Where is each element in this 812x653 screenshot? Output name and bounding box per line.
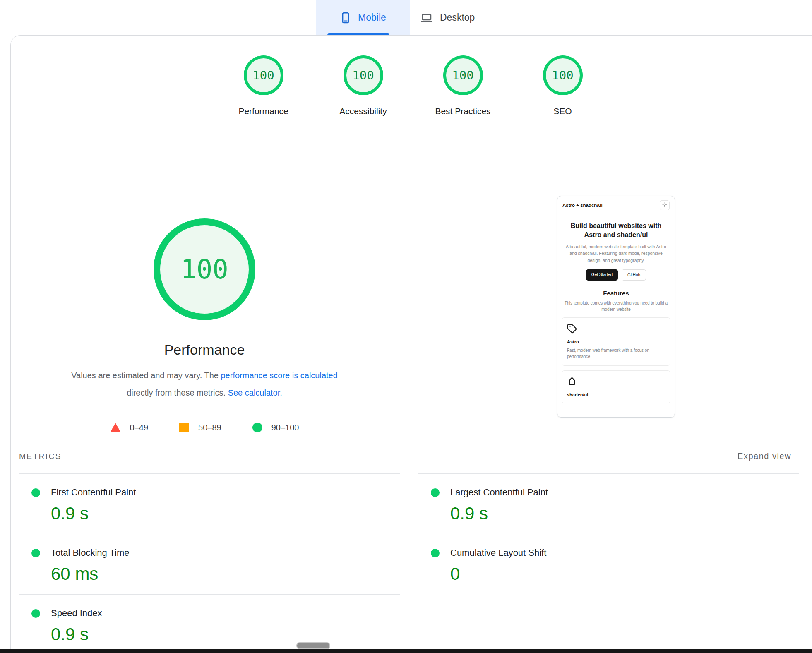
pass-range-label: 90–100 [271,423,299,432]
performance-score-label: Performance [238,106,288,116]
preview-card-title: shadcn/ui [567,392,665,397]
metric-value: 60 ms [51,564,400,584]
metric-value: 0 [450,564,799,584]
expand-view-button[interactable]: Expand view [738,451,791,461]
preview-card-title: Astro [567,339,665,344]
orange-square-icon [179,423,189,432]
performance-score: 100 [252,68,274,82]
performance-section-title: Performance [72,342,337,358]
metric-label: Largest Contentful Paint [450,487,548,498]
metrics-grid: First Contentful Paint 0.9 s Total Block… [19,473,799,653]
tab-mobile-label: Mobile [358,12,386,23]
tag-icon [567,328,577,335]
green-dot-icon [431,488,440,497]
accessibility-score-label: Accessibility [339,106,387,116]
metric-cumulative-layout-shift: Cumulative Layout Shift 0 [418,534,799,594]
smartphone-icon [339,12,352,24]
sun-icon [662,202,667,209]
metric-speed-index: Speed Index 0.9 s [19,594,400,653]
category-accessibility[interactable]: 100 Accessibility [313,55,413,116]
preview-hero: Build beautiful websites with Astro and … [557,214,675,281]
preview-hero-description: A beautiful, modern website template bui… [562,243,670,264]
share-icon [567,381,577,388]
preview-feature-card-shadcn: shadcn/ui [562,370,670,403]
metric-label: Total Blocking Time [51,547,130,558]
red-triangle-icon [110,423,121,432]
seo-score-label: SEO [553,106,572,116]
section-divider [19,134,807,134]
disclaimer-text: directly from these metrics. [127,388,228,397]
legend-pass-range: 90–100 [252,423,299,432]
column-divider [408,245,408,340]
preview-features-description: This template comes with everything you … [562,300,670,313]
score-disclaimer: Values are estimated and may vary. The p… [62,367,347,401]
legend-average-range: 50–89 [179,423,221,432]
report-card: 100 Performance 100 Accessibility 100 Be… [10,35,812,649]
metric-largest-contentful-paint: Largest Contentful Paint 0.9 s [418,473,799,534]
preview-github-button: GitHub [622,269,646,281]
fail-range-label: 0–49 [130,423,149,432]
preview-hero-buttons: Get Started GitHub [562,269,670,281]
average-range-label: 50–89 [198,423,221,432]
tab-mobile[interactable]: Mobile [316,0,410,35]
preview-hero-title: Build beautiful websites with Astro and … [562,221,670,239]
preview-header: Astro + shadcn/ui [557,196,675,214]
performance-main-score: 100 [180,254,228,285]
seo-score: 100 [552,68,573,82]
preview-card-description: Fast, modern web framework with a focus … [567,347,665,360]
metrics-left-column: First Contentful Paint 0.9 s Total Block… [19,473,400,653]
green-dot-icon [31,609,40,618]
bottom-edge-bar [0,649,812,653]
metric-label: Cumulative Layout Shift [450,547,546,558]
accessibility-score-gauge: 100 [344,55,383,95]
metric-total-blocking-time: Total Blocking Time 60 ms [19,534,400,594]
preview-get-started-button: Get Started [586,269,618,281]
score-calc-link[interactable]: performance score is calculated [221,371,337,380]
preview-feature-card-astro: Astro Fast, modern web framework with a … [562,317,670,366]
metric-value: 0.9 s [51,624,400,644]
best-practices-score-label: Best Practices [435,106,490,116]
green-dot-icon [431,549,440,557]
green-dot-icon [31,488,40,497]
tab-desktop[interactable]: Desktop [410,0,487,35]
pagespeed-report: Mobile Desktop 100 Performance 100 [0,0,812,653]
accessibility-score: 100 [352,68,374,82]
metrics-right-column: Largest Contentful Paint 0.9 s Cumulativ… [418,473,799,653]
category-scores: 100 Performance 100 Accessibility 100 Be… [11,55,812,116]
device-tabs: Mobile Desktop [316,0,487,35]
category-best-practices[interactable]: 100 Best Practices [413,55,513,116]
green-dot-icon [31,549,40,557]
metric-label: Speed Index [51,608,102,619]
metric-first-contentful-paint: First Contentful Paint 0.9 s [19,473,400,534]
seo-score-gauge: 100 [543,55,583,95]
laptop-icon [420,12,434,24]
preview-features-title: Features [562,290,670,297]
horizontal-scrollbar-thumb[interactable] [296,642,330,649]
preview-theme-toggle [660,200,670,210]
legend-fail-range: 0–49 [110,423,149,432]
metric-value: 0.9 s [450,504,799,523]
best-practices-score-gauge: 100 [443,55,483,95]
page-screenshot-thumbnail[interactable]: Astro + shadcn/ui Build beautiful websit… [557,196,675,418]
category-performance[interactable]: 100 Performance [214,55,313,116]
score-range-legend: 0–49 50–89 90–100 [11,423,398,432]
see-calculator-link[interactable]: See calculator. [228,388,282,397]
disclaimer-text: Values are estimated and may vary. The [71,371,221,380]
performance-score-gauge: 100 [244,55,283,95]
green-circle-icon [252,423,262,432]
metric-label: First Contentful Paint [51,487,136,498]
performance-main-gauge: 100 [154,218,255,320]
category-seo[interactable]: 100 SEO [513,55,613,116]
best-practices-score: 100 [452,68,473,82]
preview-site-title: Astro + shadcn/ui [562,203,603,208]
metric-value: 0.9 s [51,504,400,523]
metrics-section-heading: METRICS [19,452,62,461]
tab-desktop-label: Desktop [440,12,475,23]
preview-features-section: Features This template comes with everyt… [557,290,675,313]
